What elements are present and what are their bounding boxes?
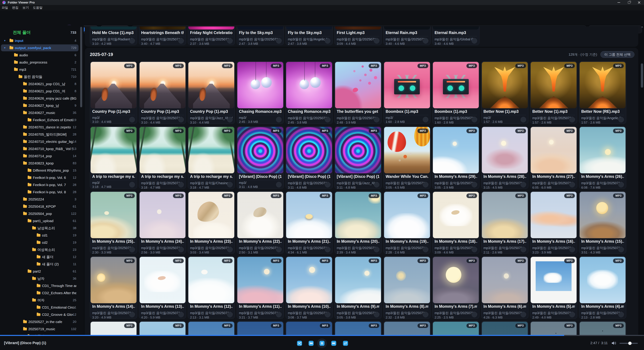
sidebar-folder-row[interactable]: 남자36 — [0, 275, 84, 282]
sidebar-folder-row[interactable]: CD2_Echoes After the Ch — [0, 289, 84, 297]
file-card[interactable]: MP3In Mommy's Arms (10)....mp3/올린 음악들/20… — [286, 256, 333, 319]
file-card[interactable]: MP3In Mommy's Arms (12)....mp3/올린 음악들/20… — [188, 256, 235, 319]
sidebar-folder-row[interactable]: 전체 폴더733 — [0, 29, 84, 36]
sidebar-folder-row[interactable]: mp3721 — [0, 66, 84, 73]
file-card[interactable]: MP3 — [139, 321, 186, 335]
file-card[interactable]: MP3Chasing Romance.mp3mp3/올린 음악들/2025071… — [286, 61, 333, 124]
file-card[interactable]: MP3Boombox (1).mp3mp3/1:60 · 2.8 MB — [384, 61, 431, 124]
card-action-button[interactable] — [374, 312, 379, 317]
file-card[interactable]: MP3In Mommy's Arms (15)....mp3/올린 음악들/20… — [579, 191, 626, 254]
file-card[interactable]: MP3In Mommy's Arms (22)....mp3/올린 음악들/20… — [237, 191, 284, 254]
card-action-button[interactable] — [569, 312, 575, 317]
sidebar-folder-row[interactable]: audio6 — [0, 51, 84, 59]
menu-item[interactable]: 편집 — [12, 5, 18, 10]
sidebar-folder-row[interactable]: 새 폴더 (2)11 — [0, 261, 84, 268]
file-card[interactable]: MP3The butterflies you get ...mp3/올린 음악들… — [334, 61, 382, 124]
file-card[interactable]: MP3Friday Night Celebratio...mp3/올린 음악들/… — [188, 26, 235, 45]
file-card[interactable]: MP3In Mommy's Arms (28)....mp3/올린 음악들/20… — [481, 126, 528, 189]
menu-item[interactable]: 파일 — [2, 5, 8, 10]
file-card[interactable]: MP3[Vibrant] (Disco Pop) (1)...mp3/올린 음악… — [286, 126, 333, 189]
file-card[interactable]: MP3A trip to recharge my s...mp3/올린 음악들/… — [139, 126, 186, 189]
expand-arrow-icon[interactable]: ▼ — [4, 39, 6, 42]
sidebar-folder-row[interactable]: 20240621_pop CD1_여8 — [0, 87, 84, 95]
sidebar-folder-row[interactable]: 20240710_electric guitar_bgm14 — [0, 138, 84, 145]
file-card[interactable]: MP3Country Pop (1).mp3mp3/올린 음악들/2025071… — [139, 61, 186, 124]
file-card[interactable]: MP3In Mommy's Arms (7).m...mp3/올린 음악들/20… — [432, 256, 480, 319]
sidebar-folder-row[interactable]: Feelkori k-pop, Vol. 612 — [0, 174, 84, 181]
file-card[interactable]: MP3 — [481, 321, 528, 335]
file-card[interactable]: MP3 — [432, 321, 480, 335]
file-card[interactable]: MP3 — [237, 321, 284, 335]
sidebar-folder-row[interactable]: Feelkori k-pop, Vol. 828 — [0, 188, 84, 196]
file-card[interactable]: MP3In Mommy's Arms (24)....mp3/올린 음악들/20… — [139, 191, 186, 254]
file-card[interactable]: MP3First Light.mp3mp3/올린 음악들/20250719...… — [334, 26, 382, 45]
card-action-button[interactable] — [618, 182, 624, 187]
sidebar-folder-row[interactable]: 20250504_pop122 — [0, 210, 84, 217]
sidebar-folder-row[interactable]: Feelkori k-pop, Vol. 728 — [0, 181, 84, 188]
sidebar-folder-row[interactable]: 20240823_kpop83 — [0, 160, 84, 167]
file-card[interactable]: MP3Fly to the Sky.mp3mp3/올린 음악들/20250719… — [237, 26, 284, 45]
card-action-button[interactable] — [374, 247, 379, 252]
card-action-button[interactable] — [618, 117, 624, 122]
card-action-button[interactable] — [129, 38, 135, 43]
sidebar-folder-row[interactable]: Feelkori_Echoes of Emotion19 — [0, 116, 84, 124]
sidebar-folder-row[interactable]: Different Rhythms_pop15 — [0, 167, 84, 174]
card-action-button[interactable] — [178, 182, 184, 187]
file-card[interactable]: MP3In Mommy's Arms (4).m...mp3/올린 음악들/20… — [579, 256, 626, 319]
sidebar-folder-row[interactable]: 20240621_pop CD1_남8 — [0, 80, 84, 87]
file-card[interactable]: MP3In Mommy's Arms (17)....mp3/올린 음악들/20… — [481, 191, 528, 254]
file-card[interactable]: MP3In Mommy's Arms (8).m...mp3/올린 음악들/20… — [384, 256, 431, 319]
file-card[interactable]: MP3In Mommy's Arms (27)....mp3/올린 음악들/20… — [530, 126, 577, 189]
card-action-button[interactable] — [423, 38, 428, 43]
file-card[interactable]: MP3Better Now (1).mp3mp3/올린 음악들/20250719… — [530, 61, 577, 124]
file-card[interactable]: MP3 — [188, 321, 235, 335]
main-scrollbar[interactable] — [641, 25, 643, 335]
card-action-button[interactable] — [227, 117, 232, 122]
card-action-button[interactable] — [374, 38, 379, 43]
card-action-button[interactable] — [520, 312, 526, 317]
file-card[interactable]: MP3In Mommy's Arms (5).m...mp3/올린 음악들/20… — [530, 256, 577, 319]
file-card[interactable]: MP3Eternal Rain.mp3mp3/올린 음악들/20250719..… — [384, 26, 431, 45]
file-card[interactable]: MP3 — [334, 321, 382, 335]
sidebar-folder-row[interactable]: 새 폴더 — [0, 333, 84, 335]
card-action-button[interactable] — [520, 117, 526, 122]
sidebar-folder-row[interactable]: CD1_Emotional Circuits1 — [0, 304, 84, 311]
sidebar-folder-row[interactable]: 202502243 — [0, 196, 84, 203]
card-action-button[interactable] — [618, 312, 624, 317]
card-action-button[interactable] — [472, 182, 477, 187]
maximize-button[interactable] — [624, 0, 634, 5]
card-action-button[interactable] — [129, 247, 135, 252]
volume-icon[interactable] — [611, 341, 617, 346]
sidebar-folder-row[interactable]: 20240627_music35 — [0, 109, 84, 116]
card-action-button[interactable] — [129, 117, 135, 122]
sidebar-folder-row[interactable]: 여자25 — [0, 297, 84, 304]
card-action-button[interactable] — [129, 312, 135, 317]
card-action-button[interactable] — [178, 247, 184, 252]
sidebar-folder-row[interactable]: cd119 — [0, 232, 84, 239]
file-card[interactable]: MP3Eternal Rain.mp3mp3/올린 음악들/Global Po.… — [432, 26, 480, 45]
sidebar-folder-row[interactable]: 20240714_pop14 — [0, 152, 84, 160]
file-card[interactable]: MP3In Mommy's Arms (21)....mp3/올린 음악들/20… — [286, 191, 333, 254]
sidebar-folder-row[interactable]: 20240701_dance in zepeto12 — [0, 124, 84, 131]
select-group-button[interactable]: 이 그룹 전체 선택 — [600, 51, 634, 58]
card-action-button[interactable] — [520, 182, 526, 187]
sidebar-folder-row[interactable]: cd219 — [0, 239, 84, 246]
repeat-button[interactable] — [343, 341, 348, 346]
file-card[interactable]: MP3In Mommy's Arms (16)....mp3/올린 음악들/20… — [530, 191, 577, 254]
file-card[interactable]: MP3[Vibrant] (Disco Pop) (1)...mp3/올린 음악… — [334, 126, 382, 189]
file-card[interactable]: MP3In Mommy's Arms (23)....mp3/올린 음악들/20… — [188, 191, 235, 254]
card-action-button[interactable] — [472, 247, 477, 252]
card-action-button[interactable] — [227, 38, 232, 43]
card-action-button[interactable] — [423, 182, 428, 187]
file-card[interactable]: MP3In Mommy's Arms (13)....mp3/올린 음악들/20… — [139, 256, 186, 319]
card-action-button[interactable] — [472, 117, 477, 122]
sidebar-folder-row[interactable]: 20240626_enjoy jazz cafe (BGM) — [0, 95, 84, 102]
file-card[interactable]: MP3In Mommy's Arms (26)....mp3/올린 음악들/20… — [579, 126, 626, 189]
file-card[interactable]: MP3In Mommy's Arms (29)....mp3/올린 음악들/20… — [432, 126, 480, 189]
card-action-button[interactable] — [423, 247, 428, 252]
menu-item[interactable]: 도움말 — [33, 5, 42, 10]
sidebar-folder-row[interactable]: ▼input4 — [0, 37, 84, 44]
sidebar-folder-row[interactable]: 20250418_KPOP61 — [0, 203, 84, 210]
file-card[interactable]: MP3Country Pop (1).mp3mp3/올린 음악들/Jazz_재즈… — [188, 61, 235, 124]
sidebar-folder-row[interactable]: part261 — [0, 268, 84, 275]
